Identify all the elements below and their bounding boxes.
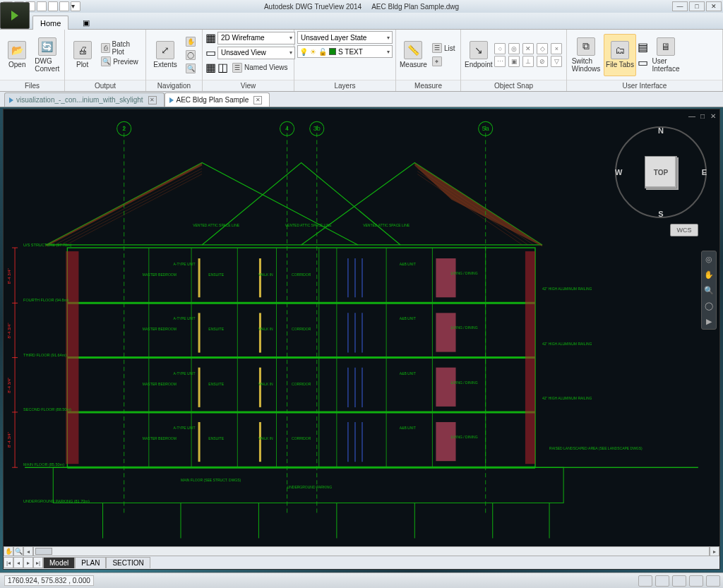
id-button[interactable]: ⌖ <box>429 55 458 68</box>
viewcube[interactable]: N S E W TOP <box>615 126 707 218</box>
btn-label: Extents <box>153 61 177 68</box>
snap-center-icon[interactable]: ◎ <box>508 43 520 54</box>
qat-print-icon[interactable] <box>37 1 47 11</box>
snap-ins-icon[interactable]: ▣ <box>508 56 520 67</box>
status-snap-button[interactable] <box>672 575 686 587</box>
ribbon-tab-home[interactable]: Home <box>32 16 68 30</box>
layout-next-button[interactable]: ▸ <box>23 557 33 568</box>
horizontal-scrollbar[interactable]: ✋ 🔍 ◂ ▸ <box>4 546 719 556</box>
pan-tool-icon[interactable]: ✋ <box>4 546 13 556</box>
list-button[interactable]: ☰List <box>429 42 458 54</box>
layout-tab-model[interactable]: Model <box>43 557 75 568</box>
measure-button[interactable]: 📏Measure <box>399 34 428 76</box>
svg-text:WALK IN: WALK IN <box>258 436 273 440</box>
file-tab-label: visualization_-_con...inium_with_skyligh… <box>16 96 143 104</box>
nav-wheel-icon[interactable]: ◎ <box>703 253 715 265</box>
named-views-button[interactable]: ☰Named Views <box>229 61 291 74</box>
close-button[interactable]: ✕ <box>706 1 722 11</box>
pan-button[interactable]: ✋ <box>183 35 198 48</box>
layer-state-dropdown[interactable]: Unsaved Layer State <box>297 31 393 44</box>
svg-rect-16 <box>66 251 78 464</box>
plot-button[interactable]: 🖨Plot <box>68 34 97 76</box>
maximize-button[interactable]: □ <box>689 1 705 11</box>
svg-rect-21 <box>436 422 455 461</box>
layout-prev-button[interactable]: ◂ <box>13 557 23 568</box>
zoom-tool-icon[interactable]: 🔍 <box>13 546 23 556</box>
compass-n[interactable]: N <box>658 126 664 135</box>
file-tab-1[interactable]: visualization_-_con...inium_with_skyligh… <box>4 92 165 107</box>
layout-tab-section[interactable]: SECTION <box>106 557 150 568</box>
switch-windows-button[interactable]: ⧉Switch Windows <box>570 34 602 76</box>
dwg-convert-button[interactable]: 🔄DWG Convert <box>33 34 62 76</box>
nav-pan-icon[interactable]: ✋ <box>703 269 715 280</box>
user-interface-button[interactable]: 🖥User Interface <box>650 34 682 76</box>
snap-mid-icon[interactable]: ○ <box>494 43 506 54</box>
svg-text:MASTER BEDROOM: MASTER BEDROOM <box>143 382 177 386</box>
nav-zoom-icon[interactable]: 🔍 <box>703 284 715 296</box>
qat-more-icon[interactable]: ▾ <box>71 1 80 11</box>
extents-button[interactable]: ⤢Extents <box>149 34 181 76</box>
qat-undo-icon[interactable] <box>48 1 58 11</box>
qat-redo-icon[interactable] <box>59 1 69 11</box>
preview-button[interactable]: 🔍Preview <box>98 55 143 68</box>
snap-quad-icon[interactable]: ◇ <box>537 43 548 54</box>
snap-ext-icon[interactable]: ⋯ <box>494 56 506 67</box>
scroll-thumb[interactable] <box>35 548 52 555</box>
drawing-area[interactable]: — □ ✕ <box>3 109 720 570</box>
svg-text:MAIN FLOOR (85.50m): MAIN FLOOR (85.50m) <box>23 462 64 467</box>
snap-node-icon[interactable]: ✕ <box>522 43 534 54</box>
close-tab-icon[interactable]: ✕ <box>253 96 262 104</box>
nav-showmotion-icon[interactable]: ▶ <box>703 316 715 327</box>
preview-icon: 🔍 <box>101 56 111 66</box>
panel-label: Output <box>65 80 145 91</box>
minimize-button[interactable]: — <box>672 1 688 11</box>
toolbars-icon[interactable]: ▤ <box>638 40 648 54</box>
compass-e[interactable]: E <box>702 168 707 176</box>
vp1-icon[interactable]: ▦ <box>205 61 216 74</box>
snap-perp-icon[interactable]: ⊥ <box>522 56 534 67</box>
close-tab-icon[interactable]: ✕ <box>148 96 157 104</box>
scroll-track[interactable] <box>33 546 710 556</box>
vp2-icon[interactable]: ◫ <box>217 61 228 74</box>
panel-navigation: ⤢Extents ✋ ◯ 🔍 Navigation <box>146 30 203 91</box>
viewcube-face[interactable]: TOP <box>645 156 677 188</box>
zoom-icon: 🔍 <box>186 64 196 73</box>
ribbon-collapse-button[interactable]: ▣ <box>81 16 91 30</box>
nav-orbit-icon[interactable]: ◯ <box>703 300 715 311</box>
snap-tan-icon[interactable]: ⊘ <box>537 56 548 67</box>
btn-label: Open <box>8 61 25 68</box>
status-model-button[interactable] <box>638 575 652 587</box>
compass-s[interactable]: S <box>658 210 663 218</box>
open-button[interactable]: 📂Open <box>3 34 32 76</box>
zoom-button[interactable]: 🔍 <box>183 62 198 75</box>
endpoint-button[interactable]: ↘Endpoint <box>464 34 493 76</box>
batch-plot-button[interactable]: ⎙Batch Plot <box>98 42 143 54</box>
statusbar-icon[interactable]: ▭ <box>638 56 648 69</box>
layout-tab-plan[interactable]: PLAN <box>75 557 106 568</box>
layout-last-button[interactable]: ▸| <box>33 557 43 568</box>
file-tab-2[interactable]: AEC Bldg Plan Sample✕ <box>165 92 270 107</box>
status-workspace-button[interactable] <box>706 575 720 587</box>
panel-object-snap: ↘Endpoint ○ ◎ ✕ ◇ × ⋯ ▣ ⊥ ⊘ ▽ Object Sna… <box>461 30 567 91</box>
orbit-icon: ◯ <box>186 50 196 60</box>
current-layer-dropdown[interactable]: 💡 ☀ 🔓 S TEXT <box>297 45 393 58</box>
status-grid-button[interactable] <box>655 575 669 587</box>
file-tabs-button[interactable]: 🗂File Tabs <box>604 34 636 76</box>
btn-label: Switch Windows <box>572 57 601 73</box>
svg-text:CORRIDOR: CORRIDOR <box>292 327 311 331</box>
status-annotation-button[interactable] <box>689 575 703 587</box>
wcs-indicator[interactable]: WCS <box>670 224 698 236</box>
compass-w[interactable]: W <box>615 168 622 176</box>
visual-style-dropdown[interactable]: 2D Wireframe <box>217 32 295 44</box>
svg-rect-17 <box>525 251 535 464</box>
scroll-left-button[interactable]: ◂ <box>23 546 33 556</box>
svg-text:8'-4 3/4": 8'-4 3/4" <box>7 378 11 393</box>
snap-int-icon[interactable]: × <box>551 43 562 54</box>
id-icon: ⌖ <box>432 56 442 66</box>
saved-view-dropdown[interactable]: Unsaved View <box>217 47 295 59</box>
layout-first-button[interactable]: |◂ <box>4 557 13 568</box>
snap-near-icon[interactable]: ▽ <box>551 56 562 67</box>
scroll-right-button[interactable]: ▸ <box>710 546 719 556</box>
application-menu-button[interactable] <box>0 2 30 29</box>
orbit-button[interactable]: ◯ <box>183 49 198 61</box>
